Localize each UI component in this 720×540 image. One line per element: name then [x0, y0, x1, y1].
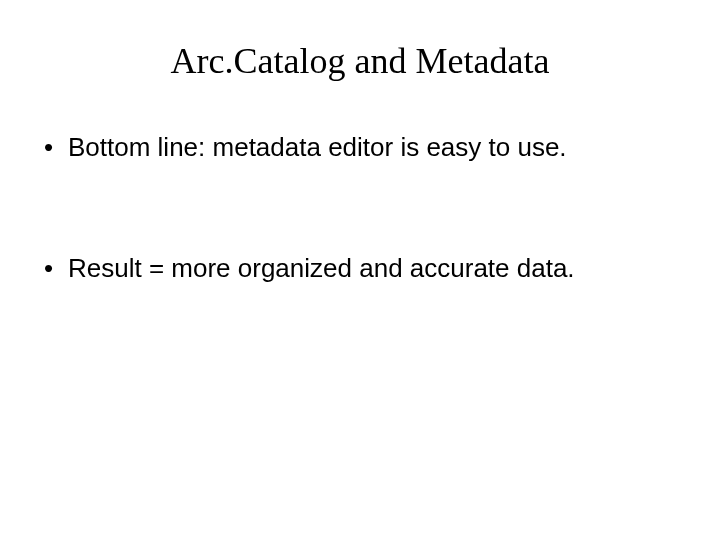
list-item: Result = more organized and accurate dat…: [40, 253, 690, 284]
slide-title: Arc.Catalog and Metadata: [30, 40, 690, 82]
list-item: Bottom line: metadata editor is easy to …: [40, 132, 690, 163]
bullet-list: Bottom line: metadata editor is easy to …: [30, 132, 690, 284]
